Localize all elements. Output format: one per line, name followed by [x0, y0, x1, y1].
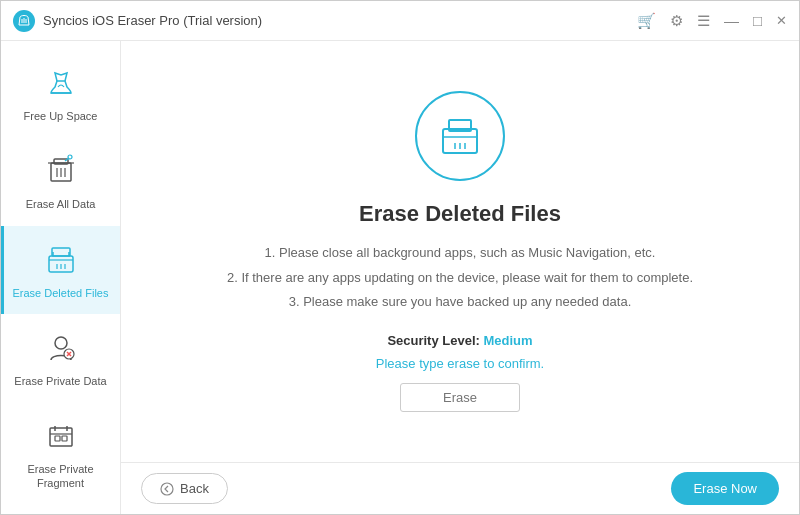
svg-point-31 — [161, 483, 173, 495]
confirm-suffix: to confirm. — [484, 356, 545, 371]
svg-rect-23 — [62, 436, 67, 441]
svg-rect-12 — [52, 248, 70, 256]
confirm-word: erase — [447, 356, 480, 371]
svg-point-16 — [55, 337, 67, 349]
sidebar-item-free-up-space-label: Free Up Space — [24, 109, 98, 123]
free-up-space-icon — [41, 63, 81, 103]
erase-now-button[interactable]: Erase Now — [671, 472, 779, 505]
erase-private-data-icon — [41, 328, 81, 368]
svg-rect-22 — [55, 436, 60, 441]
sidebar-item-erase-deleted-files-label: Erase Deleted Files — [13, 286, 109, 300]
footer: Back Erase Now — [121, 462, 799, 514]
sidebar-item-erase-private-data[interactable]: Erase Private Data — [1, 314, 120, 402]
instruction-1: 1. Please close all background apps, suc… — [227, 241, 693, 266]
erase-private-fragment-icon — [41, 416, 81, 456]
back-label: Back — [180, 481, 209, 496]
instruction-2: 2. If there are any apps updating on the… — [227, 266, 693, 291]
content-main: Erase Deleted Files 1. Please close all … — [121, 41, 799, 462]
back-button[interactable]: Back — [141, 473, 228, 504]
app-title: Syncios iOS Eraser Pro (Trial version) — [43, 13, 637, 28]
window-controls: 🛒 ⚙ ☰ — □ ✕ — [637, 12, 787, 30]
main-feature-icon — [415, 91, 505, 181]
cart-icon[interactable]: 🛒 — [637, 12, 656, 30]
security-value[interactable]: Medium — [484, 333, 533, 348]
settings-icon[interactable]: ⚙ — [670, 12, 683, 30]
content-instructions: 1. Please close all background apps, suc… — [227, 241, 693, 315]
menu-icon[interactable]: ☰ — [697, 12, 710, 30]
app-logo — [13, 10, 35, 32]
maximize-icon[interactable]: □ — [753, 12, 762, 29]
erase-deleted-files-icon — [41, 240, 81, 280]
svg-rect-26 — [443, 129, 477, 153]
svg-point-10 — [68, 155, 72, 159]
sidebar: Free Up Space Erase All Data — [1, 41, 121, 514]
instruction-3: 3. Please make sure you have backed up a… — [227, 290, 693, 315]
sidebar-item-erase-all-data[interactable]: Erase All Data — [1, 137, 120, 225]
confirm-prefix: Please type — [376, 356, 444, 371]
titlebar: Syncios iOS Eraser Pro (Trial version) 🛒… — [1, 1, 799, 41]
sidebar-item-erase-private-fragment-label: Erase Private Fragment — [9, 462, 112, 491]
svg-rect-20 — [50, 428, 72, 446]
sidebar-item-erase-private-data-label: Erase Private Data — [14, 374, 106, 388]
security-label: Security Level: — [387, 333, 480, 348]
content-area: Erase Deleted Files 1. Please close all … — [121, 41, 799, 514]
sidebar-item-erase-private-fragment[interactable]: Erase Private Fragment — [1, 402, 120, 505]
content-title: Erase Deleted Files — [359, 201, 561, 227]
erase-now-label: Erase Now — [693, 481, 757, 496]
back-arrow-icon — [160, 482, 174, 496]
sidebar-item-erase-deleted-files[interactable]: Erase Deleted Files — [1, 226, 120, 314]
main-layout: Free Up Space Erase All Data — [1, 41, 799, 514]
minimize-icon[interactable]: — — [724, 12, 739, 29]
confirm-text: Please type erase to confirm. — [376, 356, 544, 371]
security-level: Security Level: Medium — [387, 333, 532, 348]
erase-confirm-input[interactable] — [400, 383, 520, 412]
sidebar-item-free-up-space[interactable]: Free Up Space — [1, 49, 120, 137]
sidebar-item-erase-all-data-label: Erase All Data — [26, 197, 96, 211]
erase-all-data-icon — [41, 151, 81, 191]
close-icon[interactable]: ✕ — [776, 13, 787, 28]
